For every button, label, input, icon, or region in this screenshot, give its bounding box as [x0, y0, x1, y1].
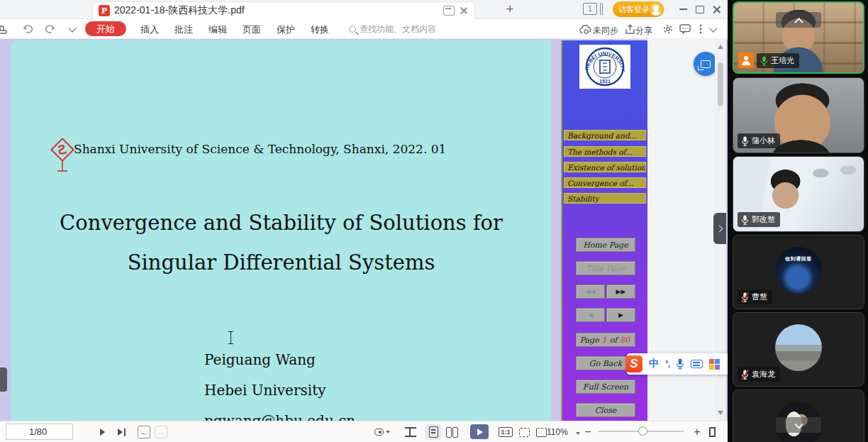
gear-icon[interactable] [661, 23, 675, 35]
participant-tile[interactable]: 袁海龙 [733, 312, 864, 387]
search-box[interactable] [349, 22, 469, 36]
prev-doc-button[interactable]: ◀◀ [576, 284, 605, 299]
prev-page-button[interactable]: ◀ [576, 308, 605, 322]
seal-year: 1921 [599, 79, 611, 84]
full-screen-button[interactable]: Full Screen [576, 380, 635, 394]
participant-avatar [775, 324, 822, 371]
sync-status-label[interactable]: 未同步 [593, 25, 618, 37]
page-number-input[interactable] [6, 424, 72, 439]
nav-item-stability[interactable]: Stability [564, 193, 646, 204]
scroll-down-icon[interactable] [718, 411, 723, 415]
chevron-up-icon [794, 17, 803, 26]
history-forward-icon[interactable]: → [153, 424, 169, 440]
scroll-up-icon[interactable] [718, 45, 723, 49]
zoom-slider[interactable] [598, 431, 684, 432]
status-bar: ← → 1:1 110% − + [0, 421, 728, 442]
search-input[interactable] [360, 24, 459, 34]
ime-tools-icon[interactable] [709, 359, 720, 370]
sogou-logo-icon[interactable]: S [625, 355, 642, 372]
slide-author-block: Peiguang Wang Hebei University pgwang@hb… [204, 351, 355, 421]
participant-name-tag: 袁海龙 [738, 367, 780, 382]
page-number-box[interactable] [6, 424, 73, 440]
left-panel-handle[interactable] [0, 368, 7, 392]
next-page-button[interactable]: ▶ [606, 308, 635, 322]
new-tab-button[interactable]: + [501, 0, 519, 18]
more-options-icon[interactable] [694, 23, 708, 35]
eye-protect-icon[interactable] [374, 424, 390, 440]
reading-layout-icon[interactable] [403, 424, 418, 440]
nav-item-convergence[interactable]: Convergence of... [564, 177, 646, 188]
menu-protect[interactable]: 保护 [277, 23, 295, 36]
menu-convert[interactable]: 转换 [311, 23, 329, 36]
menu-edit[interactable]: 编辑 [208, 23, 227, 36]
ime-language-toggle[interactable]: 中 [649, 358, 659, 370]
participant-tile[interactable]: 王培光 [733, 1, 864, 74]
pdf-file-icon: P [99, 5, 110, 16]
detach-window-icon[interactable] [443, 6, 455, 16]
slide-affiliation: Shanxi University of Science & Technolog… [74, 142, 446, 156]
two-page-view-icon[interactable] [444, 424, 460, 440]
customize-toolbar-icon[interactable] [65, 23, 79, 35]
close-tab-icon[interactable] [459, 6, 469, 16]
pdf-page[interactable]: Shanxi University of Science & Technolog… [11, 40, 551, 421]
slideshow-play-button[interactable] [470, 424, 489, 439]
actual-size-icon[interactable]: 1:1 [498, 424, 513, 440]
share-label[interactable]: 分享 [635, 25, 652, 37]
fullscreen-icon[interactable] [706, 424, 722, 440]
next-page-icon[interactable] [94, 424, 110, 440]
ime-voice-icon[interactable] [676, 358, 684, 370]
zoom-out-icon[interactable]: − [580, 424, 596, 440]
participant-tile[interactable]: 收到请回答 曹慧 [733, 235, 864, 309]
seal-text: HEBEI UNIVERSITY [584, 50, 626, 72]
close-window-button[interactable] [706, 0, 728, 18]
mic-on-icon [741, 215, 749, 225]
avatar-text: 收到请回答 [775, 255, 822, 263]
pdf-app-window: P 2022-01-18-陕西科技大学.pdf + 1 访客登录 开始 插入 批… [0, 0, 728, 442]
menu-insert[interactable]: 插入 [140, 23, 159, 36]
nav-item-background[interactable]: Background and... [564, 130, 646, 140]
fit-width-icon[interactable] [516, 424, 532, 440]
panel-expander-tab[interactable] [713, 213, 726, 244]
participant-tile[interactable]: 蒲小林 [733, 77, 864, 153]
zoom-in-icon[interactable]: + [689, 424, 705, 440]
participant-tile[interactable]: 郭改慧 [733, 156, 864, 232]
nav-item-methods[interactable]: The methods of... [564, 146, 646, 157]
close-button[interactable]: Close [576, 403, 635, 417]
single-page-view-icon[interactable] [425, 424, 441, 440]
document-tab[interactable]: P 2022-01-18-陕西科技大学.pdf [92, 1, 475, 19]
home-page-button[interactable]: Home Page [576, 238, 635, 252]
guest-login-button[interactable]: 访客登录 [613, 1, 664, 17]
page-indicator-button: Page 1 of 80 [576, 333, 635, 347]
participant-tile[interactable] [733, 389, 864, 442]
undo-icon[interactable] [21, 23, 35, 35]
scrollbar-thumb[interactable] [718, 62, 723, 106]
last-page-icon[interactable] [113, 424, 129, 440]
title-page-button[interactable]: Title Page [576, 261, 635, 275]
next-doc-button[interactable]: ▶▶ [606, 284, 635, 299]
share-icon[interactable] [623, 23, 637, 35]
menu-page[interactable]: 页面 [243, 23, 261, 36]
feedback-comment-icon[interactable] [678, 23, 692, 35]
expand-panel-button[interactable] [776, 417, 821, 433]
history-back-icon[interactable]: ← [136, 424, 152, 440]
stamp-icon[interactable] [0, 23, 9, 35]
picture-in-picture-button[interactable] [694, 52, 718, 76]
menu-comment[interactable]: 批注 [174, 23, 193, 36]
slide-university: Hebei University [204, 382, 355, 399]
redo-icon[interactable] [43, 23, 57, 35]
menu-start[interactable]: 开始 [85, 21, 126, 36]
slide-title-line2: Singular Differential Systems [11, 250, 551, 275]
tab-title: 2022-01-18-陕西科技大学.pdf [114, 4, 439, 17]
collapse-toolbar-icon[interactable] [706, 23, 720, 35]
collapse-panel-button[interactable] [776, 12, 821, 28]
ime-punctuation-toggle[interactable]: °, [665, 359, 669, 369]
zoom-slider-knob[interactable] [638, 426, 647, 436]
slide-logo-icon [50, 138, 75, 174]
participant-avatar: 收到请回答 [775, 247, 822, 294]
nav-item-existence[interactable]: Existence of solutions [564, 162, 646, 172]
window-list-button[interactable]: 1 [583, 3, 597, 15]
ime-keyboard-icon[interactable] [691, 360, 703, 368]
meeting-panel: 王培光 蒲小林 郭改慧 [728, 0, 868, 442]
zoom-level-label[interactable]: 110% [547, 427, 568, 437]
cloud-sync-icon[interactable] [579, 23, 593, 35]
